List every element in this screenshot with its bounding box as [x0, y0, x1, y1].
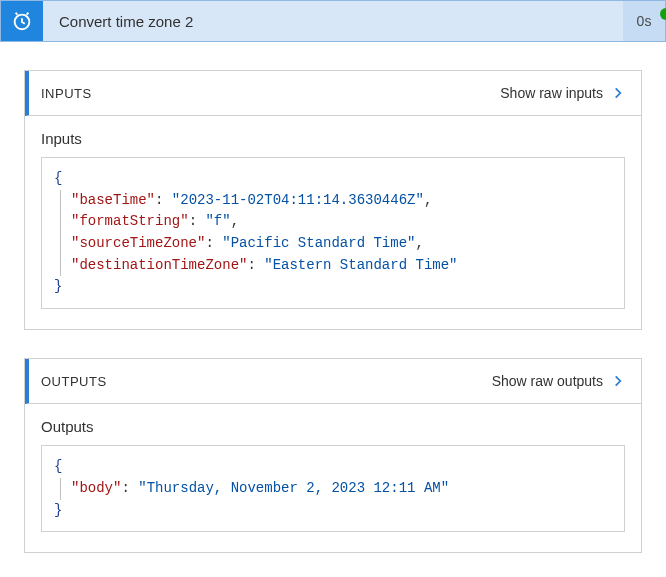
outputs-header-title: OUTPUTS [41, 374, 107, 389]
json-key: "baseTime" [71, 192, 155, 208]
json-value: "Pacific Standard Time" [222, 235, 415, 251]
inputs-body-label: Inputs [41, 130, 625, 147]
action-header[interactable]: Convert time zone 2 0s [0, 0, 666, 42]
outputs-panel-body: Outputs {"body": "Thursday, November 2, … [25, 404, 641, 552]
json-value: "Eastern Standard Time" [264, 257, 457, 273]
json-key: "destinationTimeZone" [71, 257, 247, 273]
chevron-right-icon [611, 86, 625, 100]
presence-indicator [660, 8, 666, 20]
inputs-panel-body: Inputs {"baseTime": "2023-11-02T04:11:14… [25, 116, 641, 329]
action-title: Convert time zone 2 [43, 1, 623, 41]
chevron-right-icon [611, 374, 625, 388]
show-raw-inputs-link[interactable]: Show raw inputs [500, 85, 625, 101]
json-value: "f" [205, 213, 230, 229]
action-duration: 0s [623, 1, 665, 41]
json-key: "sourceTimeZone" [71, 235, 205, 251]
show-raw-outputs-link[interactable]: Show raw outputs [492, 373, 625, 389]
json-key: "formatString" [71, 213, 189, 229]
outputs-body-label: Outputs [41, 418, 625, 435]
json-value: "Thursday, November 2, 2023 12:11 AM" [138, 480, 449, 496]
json-value: "2023-11-02T04:11:14.3630446Z" [172, 192, 424, 208]
outputs-panel-header: OUTPUTS Show raw outputs [25, 359, 641, 404]
json-key: "body" [71, 480, 121, 496]
show-raw-inputs-label: Show raw inputs [500, 85, 603, 101]
outputs-panel: OUTPUTS Show raw outputs Outputs {"body"… [24, 358, 642, 553]
inputs-panel-header: INPUTS Show raw inputs [25, 71, 641, 116]
show-raw-outputs-label: Show raw outputs [492, 373, 603, 389]
clock-icon [1, 1, 43, 41]
outputs-json[interactable]: {"body": "Thursday, November 2, 2023 12:… [41, 445, 625, 532]
inputs-panel: INPUTS Show raw inputs Inputs {"baseTime… [24, 70, 642, 330]
inputs-json[interactable]: {"baseTime": "2023-11-02T04:11:14.363044… [41, 157, 625, 309]
inputs-header-title: INPUTS [41, 86, 92, 101]
